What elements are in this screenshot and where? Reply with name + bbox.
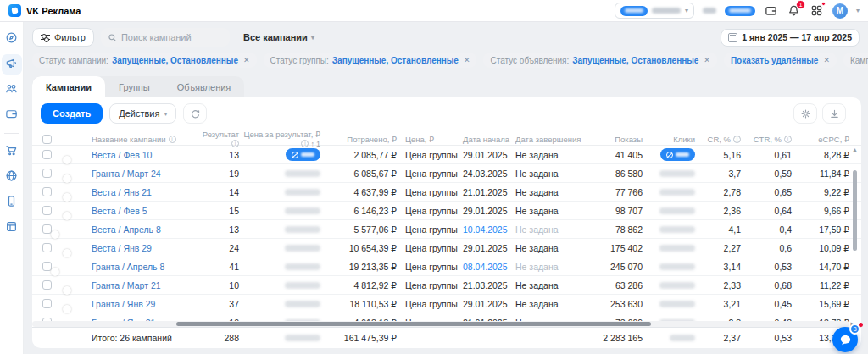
select-all-checkbox[interactable]: [42, 135, 52, 144]
sidebar-item-overview[interactable]: [2, 29, 22, 49]
notifications-bell-icon[interactable]: 1: [787, 3, 801, 18]
redacted-value: [285, 301, 320, 307]
cabinet-select[interactable]: ▾: [615, 3, 694, 19]
col-campaign-name[interactable]: Название кампанииi: [92, 135, 195, 144]
cr-value: 3,21: [695, 299, 741, 309]
campaign-name-link[interactable]: Гранта / Март 21: [92, 280, 195, 290]
search-input[interactable]: [121, 32, 214, 42]
tab-объявления[interactable]: Объявления: [164, 76, 245, 97]
vertical-scroll-thumb[interactable]: [853, 170, 857, 251]
date-range-button[interactable]: 1 янв 2025 — 17 апр 2025: [721, 29, 860, 47]
apps-grid-icon[interactable]: [810, 3, 824, 18]
result-value: 41: [195, 262, 239, 272]
row-checkbox[interactable]: [42, 187, 52, 196]
col-spent[interactable]: Потрачено, ₽: [320, 135, 397, 144]
close-icon[interactable]: ✕: [464, 56, 470, 64]
export-button[interactable]: [822, 103, 846, 124]
col-end-date[interactable]: Дата завершения: [515, 135, 583, 144]
sidebar-item-ecommerce[interactable]: [2, 141, 22, 162]
table-row[interactable]: Гранта / Март 21 10 4 812,92 ₽ Цена груп…: [32, 276, 861, 295]
col-ecpc[interactable]: eCPC, ₽: [792, 135, 849, 144]
filter-chip[interactable]: Статус кампании: Запущенные, Остановленн…: [32, 53, 257, 68]
wallet-icon[interactable]: [764, 3, 778, 18]
col-impressions[interactable]: Показы: [583, 135, 643, 144]
row-checkbox[interactable]: [42, 280, 52, 290]
sidebar-item-audience[interactable]: [2, 80, 22, 100]
profile-chevron-down-icon[interactable]: ▾: [856, 7, 860, 14]
sidebar-item-sites[interactable]: [2, 167, 22, 187]
start-date-value: 21.03.2025: [463, 280, 515, 290]
col-price[interactable]: Цена, ₽: [397, 135, 463, 144]
table-row[interactable]: Гранта / Март 24 19 6 085,67 ₽ Цена груп…: [32, 164, 861, 183]
row-checkbox[interactable]: [42, 224, 52, 234]
table-row[interactable]: Веста / Апрель 8 13 5 577,06 ₽ Цена груп…: [32, 220, 861, 239]
campaign-name-link[interactable]: Веста / Фев 10: [92, 150, 195, 160]
row-checkbox[interactable]: [42, 150, 52, 159]
redacted-value: [659, 189, 695, 196]
sidebar-item-budget[interactable]: [2, 105, 22, 125]
col-ctr[interactable]: CTR, %i: [741, 135, 792, 144]
refresh-button[interactable]: [183, 103, 207, 124]
campaign-name-link[interactable]: Веста / Фев 5: [92, 206, 195, 216]
table-row[interactable]: Веста / Фев 10 13 2 085,77 ₽ Цена группы…: [32, 146, 861, 164]
sidebar-item-catalog[interactable]: [2, 218, 22, 238]
cr-value: 5,16: [695, 150, 741, 160]
col-clicks[interactable]: Клики: [643, 135, 695, 144]
ctr-value: 0,59: [741, 169, 792, 179]
row-checkbox[interactable]: [42, 169, 52, 178]
filter-chip[interactable]: Показать удалённые ✕: [724, 53, 837, 68]
result-value: 24: [195, 243, 239, 253]
spent-value: 6 085,67 ₽: [320, 169, 397, 179]
tab-группы[interactable]: Группы: [105, 76, 164, 97]
close-icon[interactable]: ✕: [704, 56, 710, 64]
col-cr[interactable]: CR, %i: [695, 135, 741, 144]
table-row[interactable]: Гранта / Янв 29 37 18 110,53 ₽ Цена груп…: [32, 295, 861, 313]
campaign-name-link[interactable]: Веста / Апрель 8: [92, 224, 195, 235]
search-box[interactable]: [101, 28, 230, 47]
support-chat-button[interactable]: 3: [832, 327, 858, 352]
content-panel: Создать Действия ▾: [32, 97, 861, 348]
table-row[interactable]: Веста / Янв 29 24 10 654,39 ₽ Цена групп…: [32, 239, 861, 257]
vertical-scrollbar[interactable]: ▲ ▼: [851, 147, 859, 338]
row-checkbox[interactable]: [42, 299, 52, 308]
scope-select[interactable]: Все кампании ▾: [243, 32, 314, 42]
horizontal-scrollbar[interactable]: ◀ ▶: [32, 321, 849, 327]
table-row[interactable]: Веста / Фев 5 15 6 146,23 ₽ Цена группы …: [32, 202, 861, 220]
create-button[interactable]: Создать: [41, 103, 103, 124]
table-settings-button[interactable]: [793, 103, 817, 124]
table-row[interactable]: Веста / Янв 21 14 4 637,99 ₽ Цена группы…: [32, 183, 861, 202]
clicks-value: [643, 262, 695, 272]
row-checkbox[interactable]: [42, 206, 52, 215]
impressions-value: 41 405: [583, 150, 643, 160]
row-checkbox[interactable]: [42, 262, 52, 271]
campaign-name-link[interactable]: Гранта / Янв 29: [92, 299, 195, 309]
scroll-up-icon[interactable]: ▲: [851, 147, 859, 152]
campaign-name-link[interactable]: Веста / Янв 21: [92, 187, 195, 197]
close-icon[interactable]: ✕: [243, 56, 250, 64]
cost-per-result-value: [239, 262, 320, 272]
totals-row: Итого: 26 кампаний 288 161 475,39 ₽ 2 28…: [32, 327, 861, 347]
filter-chip[interactable]: Статус объявления: Запущенные, Остановле…: [483, 53, 716, 68]
brand[interactable]: VK Реклама: [8, 4, 81, 17]
sidebar-item-campaigns[interactable]: [2, 54, 22, 75]
actions-button[interactable]: Действия ▾: [109, 103, 176, 124]
tab-кампании[interactable]: Кампании: [32, 76, 105, 97]
close-icon[interactable]: ✕: [823, 56, 830, 64]
impressions-value: 175 402: [583, 243, 643, 253]
cost-per-result-value: [239, 299, 320, 309]
nda-badge: [660, 148, 695, 161]
search-icon: [108, 33, 117, 42]
filter-chip[interactable]: Кампания не содержит: Сервис ✕: [843, 53, 868, 68]
campaign-name-link[interactable]: Гранта / Апрель 8: [92, 262, 195, 272]
sidebar-item-mobile-apps[interactable]: [2, 192, 22, 213]
horizontal-scroll-thumb[interactable]: [176, 322, 651, 326]
row-checkbox[interactable]: [42, 243, 52, 252]
filter-chip[interactable]: Статус группы: Запущенные, Остановленные…: [264, 53, 477, 68]
filter-button[interactable]: Фильтр: [32, 28, 94, 47]
col-start-date[interactable]: Дата начала: [463, 135, 515, 144]
avatar[interactable]: M: [832, 3, 848, 19]
cost-per-result-value: [239, 243, 320, 253]
campaign-name-link[interactable]: Гранта / Март 24: [92, 169, 195, 179]
table-row[interactable]: Гранта / Апрель 8 41 19 213,35 ₽ Цена гр…: [32, 257, 861, 276]
campaign-name-link[interactable]: Веста / Янв 29: [92, 243, 195, 253]
